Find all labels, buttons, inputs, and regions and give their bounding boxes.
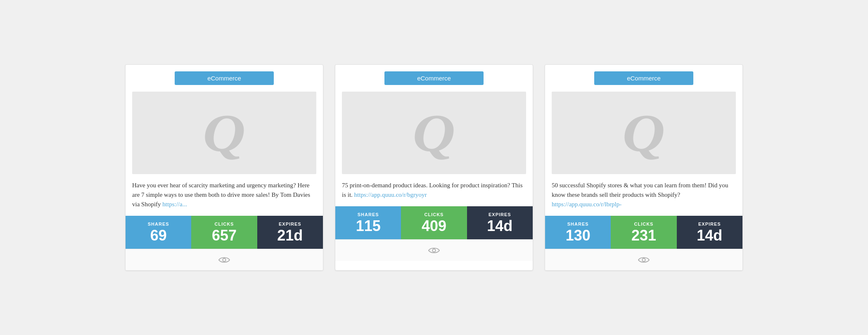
card-footer[interactable] [126, 249, 323, 270]
card-category: eCommerce [594, 71, 693, 85]
card-stats: SHARES 115 CLICKS 409 EXPIRES 14d [335, 206, 533, 239]
expires-value: 14d [697, 228, 722, 243]
shares-value: 69 [150, 228, 167, 243]
expires-block: EXPIRES 21d [257, 216, 323, 249]
expires-value: 14d [487, 219, 512, 234]
card-category: eCommerce [175, 71, 274, 85]
card-link[interactable]: https://app.quuu.co/r/bgryoyr [354, 191, 427, 198]
expires-block: EXPIRES 14d [677, 216, 742, 249]
card-1: eCommerce Q Have you ever hear of scarci… [125, 64, 323, 271]
shares-label: SHARES [358, 212, 379, 217]
card-image: Q [132, 92, 316, 174]
card-image: Q [342, 92, 526, 174]
card-link[interactable]: https://app.quuu.co/r/lbrplp- [552, 201, 621, 208]
shares-block: SHARES 69 [126, 216, 191, 249]
shares-label: SHARES [567, 222, 589, 226]
eye-icon[interactable] [638, 256, 650, 264]
shares-block: SHARES 115 [335, 206, 401, 239]
clicks-label: CLICKS [634, 222, 654, 226]
card-description: 75 print-on-demand product ideas. Lookin… [335, 181, 533, 207]
cards-container: eCommerce Q Have you ever hear of scarci… [104, 64, 764, 271]
svg-point-0 [223, 258, 225, 261]
clicks-value: 231 [631, 228, 656, 243]
clicks-label: CLICKS [425, 212, 444, 217]
clicks-value: 409 [422, 219, 446, 234]
card-image: Q [552, 92, 736, 174]
q-logo-icon: Q [413, 106, 455, 160]
shares-label: SHARES [148, 222, 169, 226]
shares-value: 130 [566, 228, 591, 243]
clicks-value: 657 [212, 228, 237, 243]
q-logo-icon: Q [203, 106, 245, 160]
eye-icon[interactable] [218, 256, 230, 264]
clicks-block: CLICKS 409 [401, 206, 467, 239]
shares-block: SHARES 130 [545, 216, 611, 249]
card-category: eCommerce [384, 71, 484, 85]
clicks-block: CLICKS 231 [611, 216, 676, 249]
card-description: 50 successful Shopify stores & what you … [545, 181, 742, 216]
expires-block: EXPIRES 14d [467, 206, 533, 239]
svg-point-1 [432, 249, 435, 252]
shares-value: 115 [356, 219, 381, 234]
svg-point-2 [642, 258, 645, 261]
expires-label: EXPIRES [698, 222, 721, 226]
card-stats: SHARES 69 CLICKS 657 EXPIRES 21d [126, 216, 323, 249]
expires-label: EXPIRES [279, 222, 301, 226]
card-stats: SHARES 130 CLICKS 231 EXPIRES 14d [545, 216, 742, 249]
card-2: eCommerce Q 75 print-on-demand product i… [335, 64, 533, 271]
card-link[interactable]: https://a... [162, 201, 187, 208]
eye-icon[interactable] [428, 246, 440, 255]
expires-value: 21d [277, 228, 303, 243]
clicks-label: CLICKS [215, 222, 234, 226]
card-3: eCommerce Q 50 successful Shopify stores… [545, 64, 743, 271]
card-description: Have you ever hear of scarcity marketing… [126, 181, 323, 216]
clicks-block: CLICKS 657 [191, 216, 257, 249]
expires-label: EXPIRES [489, 212, 511, 217]
card-footer[interactable] [335, 239, 533, 261]
q-logo-icon: Q [622, 106, 665, 160]
card-footer[interactable] [545, 249, 742, 270]
